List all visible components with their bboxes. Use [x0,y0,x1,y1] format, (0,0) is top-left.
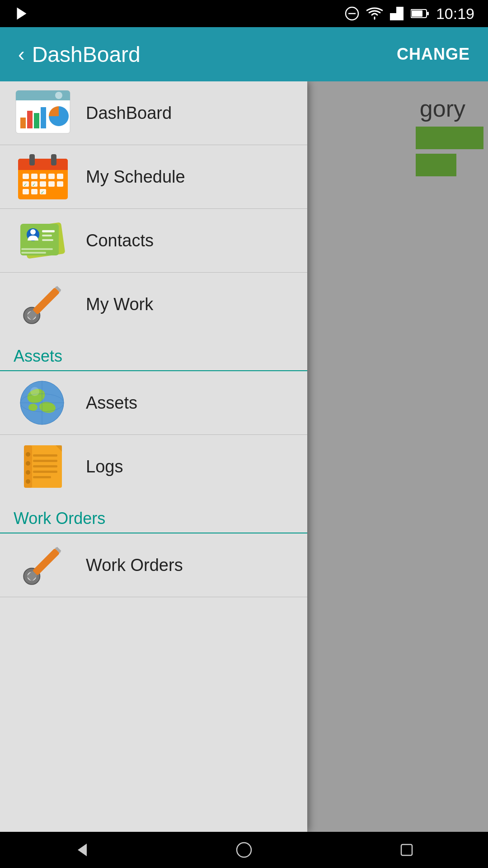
svg-point-57 [28,404,38,411]
svg-rect-23 [31,174,38,179]
play-store-icon [14,5,30,22]
back-button[interactable]: ‹ [18,44,25,64]
calendar-svg: ✓ ✓ ✓ [16,152,70,202]
data-icon [390,7,404,20]
status-time: 10:19 [436,5,474,23]
svg-rect-25 [48,174,55,179]
svg-rect-11 [20,118,26,128]
svg-rect-32 [48,181,55,187]
menu-label-schedule: My Schedule [86,167,185,187]
svg-rect-14 [41,107,46,128]
menu-item-contacts[interactable]: Contacts [0,209,307,273]
section-header-work-orders: Work Orders [0,498,307,533]
menu-item-mywork[interactable]: My Work [0,273,307,336]
svg-rect-12 [27,111,33,128]
svg-rect-6 [412,10,422,17]
svg-text:✓: ✓ [23,182,27,187]
svg-rect-31 [40,181,46,187]
svg-rect-72 [33,476,51,478]
menu-item-dashboard[interactable]: DashBoard [0,81,307,145]
svg-point-67 [26,479,30,484]
svg-rect-26 [57,174,63,179]
tools-icon [14,277,72,331]
app-bar-left: ‹ DashBoard [18,42,141,67]
menu-label-work-orders: Work Orders [86,556,183,575]
tools2-svg [16,540,70,590]
svg-rect-21 [51,154,56,165]
app-bar: ‹ DashBoard CHANGE [0,27,488,81]
menu-item-assets[interactable]: Assets [0,371,307,435]
svg-rect-42 [42,230,55,232]
change-button[interactable]: CHANGE [397,45,470,64]
svg-rect-45 [21,248,53,250]
svg-rect-77 [33,548,60,576]
menu-item-schedule[interactable]: ✓ ✓ ✓ My Schedule [0,145,307,209]
bg-bar-2 [416,154,456,176]
menu-label-dashboard: DashBoard [86,104,172,123]
contacts-svg [16,216,70,265]
svg-rect-19 [18,165,68,170]
svg-point-41 [30,229,36,235]
svg-rect-34 [23,189,29,194]
nav-bar [0,832,488,868]
menu-label-contacts: Contacts [86,231,154,250]
svg-rect-43 [42,235,52,236]
contacts-icon [14,213,72,268]
dnd-icon [345,6,359,21]
svg-rect-20 [29,154,35,165]
svg-rect-24 [40,174,46,179]
notebook-svg [20,442,66,491]
menu-label-logs: Logs [86,457,123,476]
menu-label-assets: Assets [86,393,137,413]
status-bar: 10:19 [0,0,488,27]
menu-item-work-orders[interactable]: Work Orders [0,533,307,597]
svg-rect-22 [23,174,29,179]
svg-rect-4 [390,7,396,13]
svg-rect-46 [21,252,46,254]
svg-rect-13 [34,113,39,128]
dashboard-svg [14,88,72,138]
recents-nav-button[interactable] [389,836,425,863]
svg-marker-80 [78,844,87,856]
svg-rect-70 [33,465,57,467]
globe-svg [16,378,70,428]
home-nav-icon [235,841,253,859]
notebook-icon [14,439,72,494]
svg-point-61 [30,387,39,396]
svg-rect-69 [33,460,57,462]
svg-point-65 [26,461,30,466]
svg-text:✓: ✓ [32,182,36,187]
svg-rect-44 [42,239,53,241]
status-bar-left [14,5,30,22]
wifi-icon [366,7,383,20]
bg-bar-1 [416,127,483,149]
svg-rect-35 [31,189,38,194]
status-bar-right: 10:19 [345,5,474,23]
svg-marker-0 [17,8,27,20]
menu-item-logs[interactable]: Logs [0,435,307,498]
back-nav-icon [72,841,90,859]
svg-rect-82 [401,844,412,855]
tools2-icon [14,538,72,592]
globe-icon [14,376,72,430]
navigation-drawer: DashBoard ✓ [0,81,307,832]
bg-chart [416,127,483,176]
svg-rect-71 [33,471,57,473]
battery-icon [411,9,429,19]
section-header-assets: Assets [0,336,307,371]
svg-point-66 [26,470,30,475]
svg-rect-33 [57,181,63,187]
dashboard-icon [14,86,72,140]
svg-point-64 [26,452,30,457]
back-nav-button[interactable] [63,836,99,863]
svg-rect-50 [33,288,60,315]
svg-point-81 [237,843,251,857]
recents-nav-icon [398,841,416,859]
tools-svg [16,279,70,329]
svg-rect-7 [427,12,429,15]
page-title: DashBoard [32,42,141,67]
svg-rect-68 [33,454,57,457]
svg-text:✓: ✓ [41,190,44,195]
menu-label-mywork: My Work [86,295,153,314]
home-nav-button[interactable] [226,836,262,863]
